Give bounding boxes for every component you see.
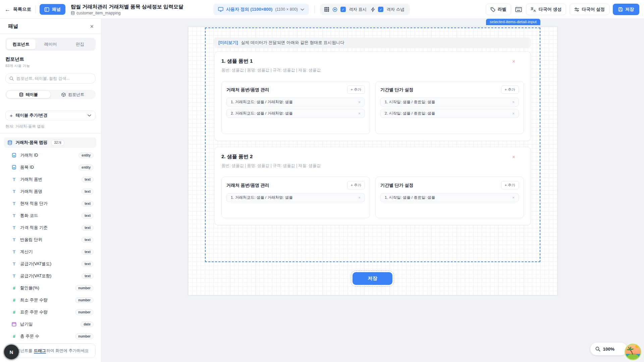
number-icon: # [11, 286, 17, 291]
preview-cards: ×1. 샘플 품번 1품번: 샘플값 | 품명: 샘플값 | 규격: 샘플값 |… [214, 51, 531, 231]
item-remove-button[interactable]: × [358, 112, 361, 116]
field-label: 납기일 [20, 321, 77, 327]
field-item[interactable]: T거래처 품명text [5, 185, 96, 197]
chevron-down-icon [88, 114, 91, 117]
item-remove-button[interactable]: × [512, 196, 515, 200]
section-item-text: 2. 거래처코드: 샘플 / 거래처명: 샘플 [231, 111, 293, 116]
field-item[interactable]: #최소 주문 수량number [5, 294, 96, 306]
card-delete-button[interactable]: × [512, 59, 515, 64]
table-group-header[interactable]: 거래처-품목 맵핑 32개 [4, 137, 96, 148]
field-label: 최소 주문 수량 [20, 297, 72, 303]
table-group-count-badge: 32개 [51, 140, 64, 146]
number-icon: # [11, 334, 17, 339]
item-remove-button[interactable]: × [358, 196, 361, 200]
number-icon: # [11, 310, 17, 315]
entity-icon [11, 153, 17, 158]
field-item[interactable]: T가격 적용 기준text [5, 222, 96, 234]
modal-save-button[interactable]: 저장 [353, 272, 392, 285]
label-button[interactable]: 라벨 [486, 4, 511, 15]
card-delete-button[interactable]: × [512, 155, 515, 160]
text-icon: T [11, 201, 17, 206]
components-count: 83개 사용 가능 [5, 63, 96, 68]
field-label: 공급가(VAT별도) [20, 261, 78, 267]
field-item[interactable]: #표준 주문 수량number [5, 306, 96, 318]
search-icon [9, 76, 14, 81]
text-icon: T [11, 225, 17, 230]
show-grid-checkbox[interactable]: ✓ [340, 7, 346, 12]
field-item[interactable]: #할인율(%)number [5, 282, 96, 294]
tab-components[interactable]: 컴포넌트 [7, 39, 36, 49]
filter-component-button[interactable]: 컴포넌트 [51, 90, 95, 99]
save-button[interactable]: 저장 [613, 4, 639, 15]
field-item[interactable]: T계산기text [5, 246, 96, 258]
date-icon [11, 322, 17, 326]
card-meta: 품번: 샘플값 | 품명: 샘플값 | 규격: 샘플값 | 재질: 샘플값 [221, 163, 524, 169]
field-item[interactable]: T통화 코드text [5, 209, 96, 222]
tab-layers[interactable]: 레이어 [36, 39, 65, 49]
field-label: 통화 코드 [20, 213, 78, 219]
search-input[interactable] [16, 76, 92, 81]
section-title: 기간별 단가 설정 [380, 182, 413, 188]
field-type-badge: text [82, 213, 94, 219]
zoom-control[interactable]: 100% [590, 343, 627, 355]
lightning-icon [371, 7, 375, 12]
field-label: 거래처 품명 [20, 189, 78, 194]
field-item[interactable]: T공급가(VAT포함)text [5, 270, 96, 282]
section-item-text: 1. 거래처코드: 샘플 / 거래처명: 샘플 [231, 195, 293, 200]
text-icon: T [11, 274, 17, 279]
search-box [5, 73, 96, 83]
close-icon[interactable]: × [90, 23, 94, 29]
section-item-text: 1. 시작일: 샘플 / 종료일: 샘플 [385, 100, 435, 105]
item-remove-button[interactable]: × [512, 112, 515, 116]
section-item-text: 1. 거래처코드: 샘플 / 거래처명: 샘플 [231, 100, 293, 105]
card-title: 1. 샘플 품번 1 [221, 58, 524, 64]
i18n-generate-button[interactable]: 文A 다국어 생성 [526, 4, 567, 15]
section-add-button[interactable]: + 추가 [347, 181, 365, 189]
field-item[interactable]: 납기일date [5, 318, 96, 330]
show-grid-label: 격자 표시 [349, 7, 367, 12]
eye-target-icon[interactable] [332, 7, 337, 12]
section-title: 거래처 품번/품명 관리 [226, 182, 269, 188]
field-item[interactable]: T거래처 품번text [5, 173, 96, 185]
field-label: 계산기 [20, 249, 78, 255]
field-item[interactable]: T공급가(VAT별도)text [5, 258, 96, 270]
field-label: 거래처 품번 [20, 177, 78, 182]
i18n-generate-label: 다국어 생성 [539, 6, 562, 12]
field-type-badge: text [82, 273, 94, 279]
section-add-button[interactable]: + 추가 [501, 181, 519, 189]
card-title: 2. 샘플 품번 2 [221, 154, 524, 160]
section-item: 2. 거래처코드: 샘플 / 거래처명: 샘플× [226, 109, 365, 118]
field-item[interactable]: 품목 IDentity [5, 161, 96, 173]
add-change-table-button[interactable]: + 테이블 추가/변경 [5, 111, 96, 120]
editor-canvas[interactable]: selected-items-detail-input [미리보기] 실제 데이… [101, 19, 644, 362]
item-remove-button[interactable]: × [358, 100, 361, 104]
item-remove-button[interactable]: × [512, 100, 515, 104]
i18n-settings-button[interactable]: 다국어 설정 [570, 4, 609, 15]
tab-edit[interactable]: 편집 [65, 39, 94, 49]
field-type-badge: date [80, 321, 94, 327]
field-type-badge: text [82, 225, 94, 231]
field-item[interactable]: T현재 적용 단가text [5, 197, 96, 209]
panel-toggle-button[interactable]: 패널 [40, 4, 65, 15]
section-item-text: 2. 시작일: 샘플 / 종료일: 샘플 [385, 111, 435, 116]
viewport-size-dropdown[interactable]: 사용자 정의 (1100×800) (1100 × 800) [213, 4, 309, 15]
field-type-badge: number [75, 297, 94, 303]
sidebar-tabs: 컴포넌트 레이어 편집 [5, 38, 96, 51]
selected-component[interactable]: [미리보기] 실제 데이터가 전달되면 아래와 같은 형태로 표시됩니다 ×1.… [205, 27, 540, 262]
filter-table-button[interactable]: 테이블 [6, 90, 51, 99]
selection-label: selected-items-detail-input [486, 19, 540, 25]
filter-component-label: 컴포넌트 [68, 92, 84, 98]
section-add-button[interactable]: + 추가 [347, 85, 365, 94]
keyboard-shortcuts-button[interactable] [515, 7, 523, 12]
field-item[interactable]: 거래처 IDentity [5, 149, 96, 161]
back-to-list-button[interactable]: ← 목록으로 [5, 6, 31, 12]
viewport-label: 사용자 정의 (1100×800) [226, 6, 272, 12]
field-item[interactable]: T반올림 단위text [5, 234, 96, 246]
card-section: 기간별 단가 설정+ 추가1. 시작일: 샘플 / 종료일: 샘플×2. 시작일… [375, 81, 524, 134]
field-type-badge: number [75, 309, 94, 315]
snap-grid-checkbox[interactable]: ✓ [378, 7, 383, 12]
preview-card: ×2. 샘플 품번 2품번: 샘플값 | 품명: 샘플값 | 규격: 샘플값 |… [214, 147, 531, 225]
field-type-badge: text [82, 201, 94, 206]
section-add-button[interactable]: + 추가 [501, 85, 519, 94]
field-item[interactable]: #총 주문 수number [5, 330, 96, 342]
